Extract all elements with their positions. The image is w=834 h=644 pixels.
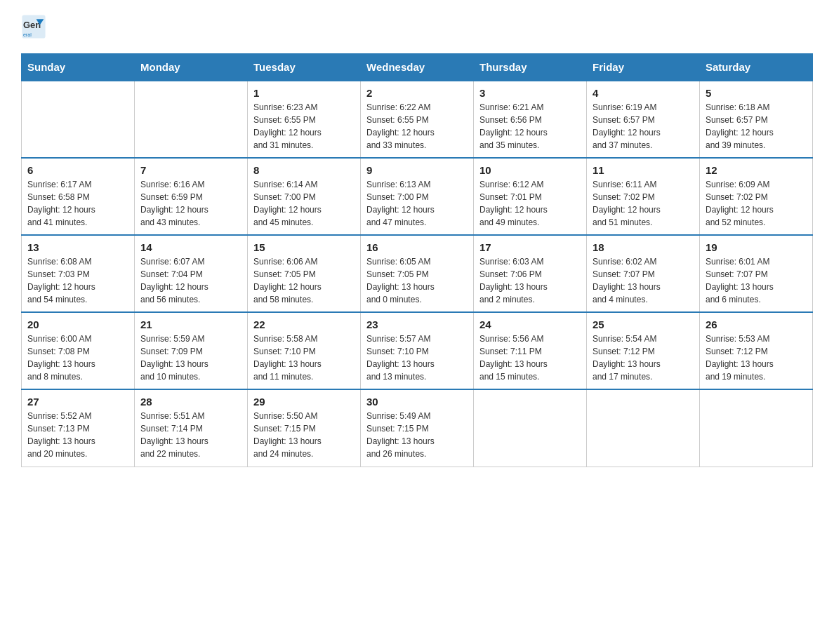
calendar-cell: 1Sunrise: 6:23 AM Sunset: 6:55 PM Daylig… (248, 81, 361, 158)
header-tuesday: Tuesday (248, 54, 361, 81)
calendar-cell: 8Sunrise: 6:14 AM Sunset: 7:00 PM Daylig… (248, 158, 361, 235)
day-info: Sunrise: 6:21 AM Sunset: 6:56 PM Dayligh… (479, 101, 581, 152)
calendar-cell: 14Sunrise: 6:07 AM Sunset: 7:04 PM Dayli… (135, 235, 248, 312)
day-number: 4 (593, 87, 694, 99)
day-info: Sunrise: 6:03 AM Sunset: 7:06 PM Dayligh… (479, 255, 581, 306)
day-number: 24 (479, 318, 581, 330)
calendar-cell: 26Sunrise: 5:53 AM Sunset: 7:12 PM Dayli… (700, 312, 813, 389)
day-info: Sunrise: 6:09 AM Sunset: 7:02 PM Dayligh… (706, 178, 807, 229)
calendar-cell: 7Sunrise: 6:16 AM Sunset: 6:59 PM Daylig… (135, 158, 248, 235)
day-info: Sunrise: 5:50 AM Sunset: 7:15 PM Dayligh… (253, 410, 355, 460)
day-number: 30 (366, 396, 468, 408)
calendar-cell: 22Sunrise: 5:58 AM Sunset: 7:10 PM Dayli… (248, 312, 361, 389)
calendar-cell: 23Sunrise: 5:57 AM Sunset: 7:10 PM Dayli… (361, 312, 474, 389)
day-info: Sunrise: 6:13 AM Sunset: 7:00 PM Dayligh… (366, 178, 468, 229)
calendar-table: SundayMondayTuesdayWednesdayThursdayFrid… (21, 53, 813, 467)
day-info: Sunrise: 5:49 AM Sunset: 7:15 PM Dayligh… (366, 410, 468, 460)
week-row-4: 20Sunrise: 6:00 AM Sunset: 7:08 PM Dayli… (22, 312, 813, 389)
day-info: Sunrise: 6:01 AM Sunset: 7:07 PM Dayligh… (706, 255, 807, 306)
day-info: Sunrise: 6:12 AM Sunset: 7:01 PM Dayligh… (479, 178, 581, 229)
day-info: Sunrise: 5:54 AM Sunset: 7:12 PM Dayligh… (593, 333, 694, 383)
calendar-cell: 25Sunrise: 5:54 AM Sunset: 7:12 PM Dayli… (587, 312, 700, 389)
logo-icon: Gen eral (21, 14, 46, 39)
day-number: 13 (27, 241, 128, 253)
header-friday: Friday (587, 54, 700, 81)
day-number: 18 (593, 241, 694, 253)
day-number: 12 (706, 164, 807, 176)
day-number: 20 (27, 318, 128, 330)
calendar-cell: 6Sunrise: 6:17 AM Sunset: 6:58 PM Daylig… (22, 158, 135, 235)
calendar-cell: 9Sunrise: 6:13 AM Sunset: 7:00 PM Daylig… (361, 158, 474, 235)
calendar-cell: 29Sunrise: 5:50 AM Sunset: 7:15 PM Dayli… (248, 389, 361, 467)
day-info: Sunrise: 6:00 AM Sunset: 7:08 PM Dayligh… (27, 333, 128, 383)
calendar-cell (587, 389, 700, 467)
page-header: Gen eral (21, 14, 813, 39)
calendar-cell: 2Sunrise: 6:22 AM Sunset: 6:55 PM Daylig… (361, 81, 474, 158)
day-info: Sunrise: 5:57 AM Sunset: 7:10 PM Dayligh… (366, 333, 468, 383)
day-number: 8 (253, 164, 355, 176)
day-number: 25 (593, 318, 694, 330)
day-info: Sunrise: 6:11 AM Sunset: 7:02 PM Dayligh… (593, 178, 694, 229)
day-number: 16 (366, 241, 468, 253)
day-info: Sunrise: 5:58 AM Sunset: 7:10 PM Dayligh… (253, 333, 355, 383)
header-row: SundayMondayTuesdayWednesdayThursdayFrid… (22, 54, 813, 81)
day-number: 14 (140, 241, 241, 253)
day-number: 1 (253, 87, 355, 99)
header-saturday: Saturday (700, 54, 813, 81)
calendar-cell: 16Sunrise: 6:05 AM Sunset: 7:05 PM Dayli… (361, 235, 474, 312)
day-number: 22 (253, 318, 355, 330)
day-number: 9 (366, 164, 468, 176)
day-number: 3 (479, 87, 581, 99)
week-row-2: 6Sunrise: 6:17 AM Sunset: 6:58 PM Daylig… (22, 158, 813, 235)
day-number: 28 (140, 396, 241, 408)
day-number: 27 (27, 396, 128, 408)
calendar-cell: 13Sunrise: 6:08 AM Sunset: 7:03 PM Dayli… (22, 235, 135, 312)
header-thursday: Thursday (474, 54, 587, 81)
week-row-1: 1Sunrise: 6:23 AM Sunset: 6:55 PM Daylig… (22, 81, 813, 158)
day-number: 17 (479, 241, 581, 253)
day-info: Sunrise: 6:22 AM Sunset: 6:55 PM Dayligh… (366, 101, 468, 152)
header-wednesday: Wednesday (361, 54, 474, 81)
calendar-cell: 19Sunrise: 6:01 AM Sunset: 7:07 PM Dayli… (700, 235, 813, 312)
svg-text:eral: eral (23, 32, 32, 38)
calendar-cell: 27Sunrise: 5:52 AM Sunset: 7:13 PM Dayli… (22, 389, 135, 467)
calendar-cell: 11Sunrise: 6:11 AM Sunset: 7:02 PM Dayli… (587, 158, 700, 235)
calendar-cell: 18Sunrise: 6:02 AM Sunset: 7:07 PM Dayli… (587, 235, 700, 312)
day-info: Sunrise: 6:02 AM Sunset: 7:07 PM Dayligh… (593, 255, 694, 306)
day-number: 26 (706, 318, 807, 330)
day-info: Sunrise: 5:59 AM Sunset: 7:09 PM Dayligh… (140, 333, 241, 383)
day-number: 21 (140, 318, 241, 330)
day-info: Sunrise: 6:14 AM Sunset: 7:00 PM Dayligh… (253, 178, 355, 229)
logo: Gen eral (21, 14, 49, 39)
day-info: Sunrise: 6:07 AM Sunset: 7:04 PM Dayligh… (140, 255, 241, 306)
day-number: 15 (253, 241, 355, 253)
day-number: 11 (593, 164, 694, 176)
calendar-cell: 17Sunrise: 6:03 AM Sunset: 7:06 PM Dayli… (474, 235, 587, 312)
calendar-cell: 28Sunrise: 5:51 AM Sunset: 7:14 PM Dayli… (135, 389, 248, 467)
day-info: Sunrise: 6:05 AM Sunset: 7:05 PM Dayligh… (366, 255, 468, 306)
header-sunday: Sunday (22, 54, 135, 81)
calendar-cell: 24Sunrise: 5:56 AM Sunset: 7:11 PM Dayli… (474, 312, 587, 389)
calendar-cell: 20Sunrise: 6:00 AM Sunset: 7:08 PM Dayli… (22, 312, 135, 389)
day-number: 23 (366, 318, 468, 330)
day-number: 19 (706, 241, 807, 253)
day-number: 29 (253, 396, 355, 408)
calendar-cell: 12Sunrise: 6:09 AM Sunset: 7:02 PM Dayli… (700, 158, 813, 235)
week-row-3: 13Sunrise: 6:08 AM Sunset: 7:03 PM Dayli… (22, 235, 813, 312)
calendar-cell (474, 389, 587, 467)
calendar-cell: 5Sunrise: 6:18 AM Sunset: 6:57 PM Daylig… (700, 81, 813, 158)
week-row-5: 27Sunrise: 5:52 AM Sunset: 7:13 PM Dayli… (22, 389, 813, 467)
calendar-cell: 3Sunrise: 6:21 AM Sunset: 6:56 PM Daylig… (474, 81, 587, 158)
day-info: Sunrise: 5:51 AM Sunset: 7:14 PM Dayligh… (140, 410, 241, 460)
calendar-cell: 30Sunrise: 5:49 AM Sunset: 7:15 PM Dayli… (361, 389, 474, 467)
calendar-cell: 10Sunrise: 6:12 AM Sunset: 7:01 PM Dayli… (474, 158, 587, 235)
day-info: Sunrise: 5:53 AM Sunset: 7:12 PM Dayligh… (706, 333, 807, 383)
calendar-cell: 15Sunrise: 6:06 AM Sunset: 7:05 PM Dayli… (248, 235, 361, 312)
day-info: Sunrise: 6:18 AM Sunset: 6:57 PM Dayligh… (706, 101, 807, 152)
calendar-cell: 21Sunrise: 5:59 AM Sunset: 7:09 PM Dayli… (135, 312, 248, 389)
day-info: Sunrise: 6:16 AM Sunset: 6:59 PM Dayligh… (140, 178, 241, 229)
day-number: 6 (27, 164, 128, 176)
day-info: Sunrise: 6:23 AM Sunset: 6:55 PM Dayligh… (253, 101, 355, 152)
day-number: 5 (706, 87, 807, 99)
day-number: 7 (140, 164, 241, 176)
